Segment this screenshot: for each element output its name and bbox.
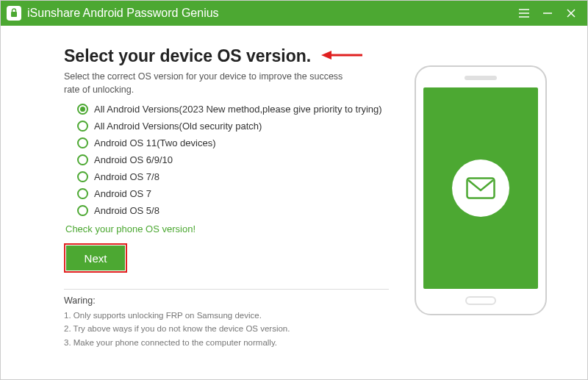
warning-item: 3. Make your phone connected to the comp… [64, 336, 389, 349]
warning-list: 1. Only supports unlocking FRP on Samsun… [64, 309, 389, 349]
warning-title: Waring: [64, 295, 389, 306]
titlebar: iSunshare Android Password Genius [1, 1, 587, 26]
check-os-version-link[interactable]: Check your phone OS version! [65, 223, 196, 234]
radio-label: All Android Versions(2023 New method,ple… [94, 104, 382, 115]
radio-label: Android OS 6/9/10 [94, 154, 173, 165]
os-option-radio[interactable]: Android OS 7 [77, 188, 389, 199]
envelope-icon [452, 159, 509, 217]
os-option-radio[interactable]: All Android Versions(2023 New method,ple… [77, 104, 389, 115]
phone-speaker [465, 76, 497, 80]
phone-screen [423, 87, 538, 289]
os-version-radio-group: All Android Versions(2023 New method,ple… [77, 104, 389, 216]
menu-button[interactable] [515, 4, 533, 22]
os-option-radio[interactable]: Android OS 7/8 [77, 171, 389, 182]
content-area: Select your device OS version. Select th… [1, 26, 587, 379]
phone-illustration [415, 65, 547, 315]
page-title: Select your device OS version. [64, 46, 311, 66]
os-option-radio[interactable]: All Android Versions(Old security patch) [77, 121, 389, 132]
warning-item: 2. Try above ways if you do not know the… [64, 322, 389, 335]
radio-label: Android OS 11(Two devices) [94, 137, 215, 148]
radio-icon [77, 121, 88, 132]
svg-marker-8 [321, 51, 331, 60]
radio-icon [77, 154, 88, 165]
phone-home-button [465, 296, 496, 305]
app-logo-icon [7, 6, 21, 21]
page-subtitle: Select the correct OS version for your d… [64, 71, 358, 96]
radio-label: Android OS 7/8 [94, 171, 159, 182]
os-option-radio[interactable]: Android OS 11(Two devices) [77, 137, 389, 148]
warning-item: 1. Only supports unlocking FRP on Samsun… [64, 309, 389, 322]
svg-rect-9 [467, 179, 495, 198]
radio-icon [77, 104, 88, 115]
radio-icon [77, 205, 88, 216]
os-option-radio[interactable]: Android OS 6/9/10 [77, 154, 389, 165]
minimize-button[interactable] [539, 4, 556, 22]
radio-label: Android OS 7 [94, 188, 151, 199]
close-button[interactable] [562, 4, 580, 22]
radio-icon [77, 171, 88, 182]
right-panel [404, 46, 558, 372]
app-title: iSunshare Android Password Genius [27, 7, 509, 20]
svg-rect-0 [11, 12, 17, 17]
radio-icon [77, 137, 88, 148]
annotation-arrow-icon [321, 49, 364, 65]
annotation-highlight-box: Next [64, 243, 127, 273]
radio-icon [77, 188, 88, 199]
os-option-radio[interactable]: Android OS 5/8 [77, 205, 389, 216]
next-button[interactable]: Next [66, 245, 125, 270]
divider [64, 289, 389, 290]
radio-label: Android OS 5/8 [94, 205, 159, 216]
left-panel: Select your device OS version. Select th… [64, 46, 404, 372]
radio-label: All Android Versions(Old security patch) [94, 121, 262, 132]
